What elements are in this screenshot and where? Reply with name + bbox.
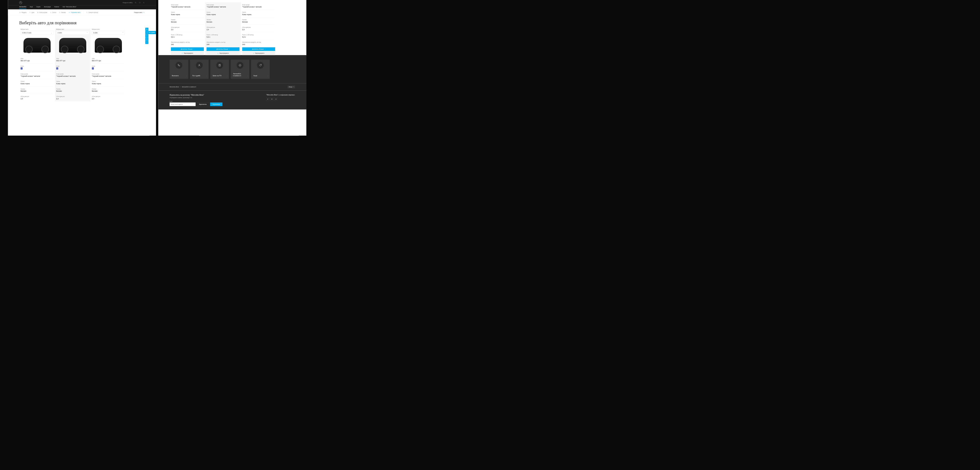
footer-card-contacts[interactable]: Контакти › [170, 60, 188, 79]
svg-rect-9 [146, 35, 147, 36]
svg-point-0 [135, 2, 136, 3]
user-icon[interactable] [143, 2, 145, 3]
chevron-right-icon: › [180, 86, 181, 88]
svg-rect-3 [19, 12, 21, 13]
search-in-cars[interactable]: Пошук в авто [134, 12, 145, 13]
chevron-up-icon: ⌃ [122, 32, 124, 33]
topbar: Пошук по сайту [8, 0, 156, 5]
svg-point-14 [199, 64, 200, 65]
svg-point-8 [147, 32, 147, 32]
sticky-toolbar: Тест-драйв [145, 28, 156, 44]
filter-fuel[interactable]: Паливо [59, 12, 66, 13]
unsubscribe-button[interactable]: Відписатись [197, 102, 209, 106]
chevron-right-icon: › [194, 48, 194, 50]
chevron-right-icon: › [265, 48, 266, 50]
chevron-right-icon: › [247, 75, 248, 76]
footer-card-stock[interactable]: Автомобілі в наявності › [231, 60, 249, 79]
footer-cards-section: Контакти › Тест-драйв › Запис на ТО › Ав… [158, 55, 307, 83]
subscribe-desc: Отримувати новини, пропозиції і т.п. [170, 97, 223, 98]
search-icon[interactable] [135, 2, 137, 3]
reserve-button[interactable]: Зарезервувати [207, 51, 240, 55]
svg-rect-5 [59, 12, 60, 13]
svg-line-1 [136, 3, 136, 3]
breadcrumb-page: Автомобілі в наявності [182, 86, 196, 88]
compare-col-2: Вибране авто A 180d⌃ Ціна:963 477 грн Ко… [55, 29, 91, 102]
nav-news[interactable]: Новини [54, 6, 59, 9]
select-label: Вибране авто [56, 29, 89, 30]
nav-service[interactable]: Сервіс [36, 6, 41, 9]
compare-col-3: Вибране авто A 180d⌃ Ціна:963 477 грн Ко… [91, 29, 126, 102]
svg-point-2 [143, 2, 144, 3]
car-image-1 [24, 38, 51, 53]
color-swatch [92, 67, 94, 70]
select-label: Вибране авто [92, 29, 125, 30]
compare-col-1: Вибране авто S 200 e 4 matic⌄ Ціна:963 4… [19, 29, 55, 102]
svg-rect-20 [272, 99, 272, 100]
car-image-2 [59, 38, 86, 53]
select-label: Вибране авто [21, 29, 54, 30]
filter-body-color[interactable]: Колір кузова [37, 12, 47, 13]
color-swatch [56, 67, 58, 70]
breadcrumb-home[interactable]: Mercedes-Benz [170, 86, 179, 88]
svg-point-10 [146, 38, 147, 40]
email-input[interactable] [170, 102, 196, 106]
sticky-phone[interactable] [145, 28, 148, 31]
social-title: "Mercedes-Benz" у соціальних мережах: [266, 94, 295, 96]
mb-logo[interactable] [19, 1, 22, 4]
reserve-button[interactable]: Зарезервувати [171, 51, 204, 55]
more-button[interactable]: Дізнатись більше› [207, 48, 240, 51]
filter-bar: Модель Ціна Колір кузова Салон Паливо По… [8, 10, 156, 16]
youtube-icon[interactable] [274, 97, 278, 101]
filter-compare[interactable]: Порівняти авто [68, 12, 80, 13]
svg-rect-11 [182, 53, 183, 54]
compare-grid-cont: Колір кузова:"Чорний космос" металік Сал… [158, 0, 307, 55]
compare-col-3b: Колір кузова:"Чорний космос" металік Сал… [241, 2, 277, 55]
compare-col-1b: Колір кузова:"Чорний космос" металік Сал… [170, 2, 205, 55]
chevron-right-icon: › [229, 48, 230, 50]
sticky-doc[interactable] [145, 34, 148, 37]
svg-rect-13 [253, 53, 254, 54]
nav-accessories[interactable]: Аксесуари [44, 6, 51, 9]
facebook-icon[interactable] [266, 97, 269, 101]
svg-line-7 [144, 13, 145, 13]
compare-col-2b: Колір кузова:"Чорний космос" металік Сал… [205, 2, 241, 55]
chevron-right-icon: › [186, 75, 186, 76]
nav-promo[interactable]: Акції [30, 6, 33, 9]
car-image-3 [95, 38, 122, 53]
more-button[interactable]: Дізнатись більше› [242, 48, 275, 51]
chevron-up-icon: ⌃ [87, 32, 88, 33]
chevron-right-icon: › [207, 75, 207, 76]
compare-grid: Вибране авто S 200 e 4 matic⌄ Ціна:963 4… [8, 29, 156, 102]
chevron-up-icon: ⌃ [293, 86, 294, 88]
scroll-top-button[interactable]: Вгору⌃ [288, 86, 295, 88]
subscribe-section: Підписатись на розсилку "Mercedes-Benz" … [158, 91, 307, 110]
filter-model[interactable]: Модель [19, 12, 27, 13]
instagram-icon[interactable] [270, 97, 274, 101]
svg-rect-12 [218, 53, 218, 54]
main-nav: Автомобілі Акції Сервіс Аксесуари Новини… [8, 5, 156, 10]
car-select-3[interactable]: A 180d⌃ [92, 31, 125, 35]
car-select-2[interactable]: A 180d⌃ [56, 31, 89, 35]
filter-price[interactable]: Ціна [29, 12, 34, 13]
filter-reset[interactable]: Скинути фільтр [86, 12, 98, 13]
car-select-1[interactable]: S 200 e 4 matic⌄ [21, 31, 54, 35]
chevron-down-icon: ⌄ [51, 32, 52, 33]
chevron-right-icon: › [227, 75, 228, 76]
sticky-testdrive[interactable]: Тест-драйв [145, 31, 156, 34]
color-swatch [21, 67, 22, 70]
nav-cars[interactable]: Автомобілі [19, 6, 26, 9]
more-button[interactable]: Дізнатись більше› [171, 48, 204, 51]
subscribe-title: Підписатись на розсилку "Mercedes-Benz" [170, 94, 223, 96]
footer-card-service[interactable]: Запис на ТО › [210, 60, 229, 79]
filter-salon[interactable]: Салон [50, 12, 56, 13]
footer-breadcrumb: Mercedes-Benz › Автомобілі в наявності В… [158, 83, 307, 91]
sticky-tag[interactable] [145, 41, 148, 44]
footer-card-promo[interactable]: Акції › [251, 60, 270, 79]
subscribe-button[interactable]: Підписатись [210, 102, 223, 106]
nav-world[interactable]: Світ "Mercedes-Benz" [62, 6, 76, 9]
footer-card-testdrive[interactable]: Тест-драйв › [190, 60, 208, 79]
favorites-icon[interactable] [139, 2, 140, 3]
sticky-check[interactable] [145, 38, 148, 41]
reserve-button[interactable]: Зарезервувати [242, 51, 275, 55]
svg-point-22 [272, 99, 272, 99]
